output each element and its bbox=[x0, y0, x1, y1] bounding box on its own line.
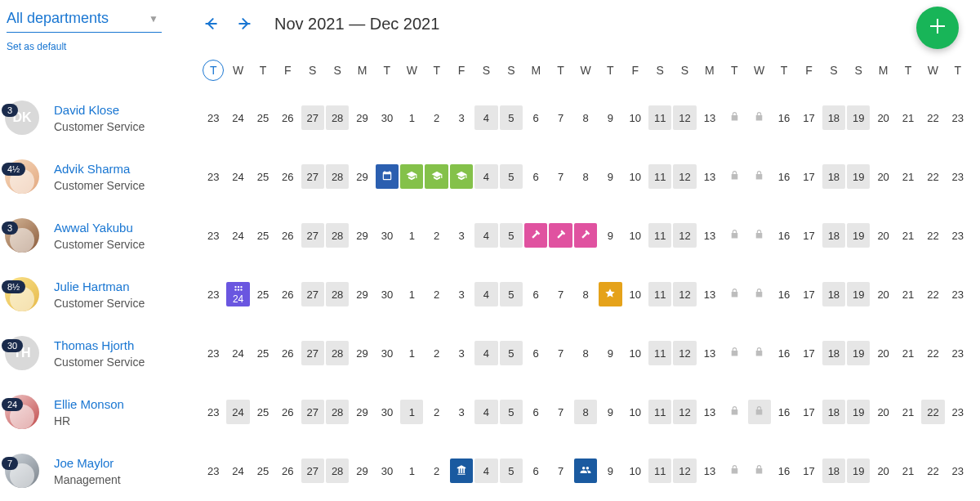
day-cell[interactable] bbox=[748, 341, 771, 365]
day-cell[interactable]: 23 bbox=[947, 282, 969, 306]
day-cell[interactable]: 23 bbox=[202, 341, 225, 365]
day-cell[interactable] bbox=[723, 282, 746, 306]
day-cell[interactable]: 9 bbox=[599, 223, 621, 248]
day-cell[interactable]: 11 bbox=[648, 400, 671, 424]
person-name-link[interactable]: Joe Maylor bbox=[54, 456, 121, 470]
day-cell[interactable]: 28 bbox=[326, 164, 349, 189]
day-cell[interactable]: 22 bbox=[921, 282, 944, 306]
day-cell[interactable]: 20 bbox=[871, 223, 894, 248]
day-cell[interactable]: 3 bbox=[450, 341, 473, 365]
day-cell[interactable]: 23 bbox=[202, 164, 225, 189]
day-cell[interactable]: 1 bbox=[400, 341, 423, 365]
day-cell[interactable]: 23 bbox=[947, 341, 969, 365]
day-cell[interactable]: 1 bbox=[400, 223, 423, 248]
day-cell[interactable]: 30 bbox=[376, 105, 399, 130]
day-cell[interactable]: 19 bbox=[847, 400, 870, 424]
day-cell[interactable]: 25 bbox=[252, 105, 274, 130]
person-name-link[interactable]: Julie Hartman bbox=[54, 280, 145, 293]
day-cell[interactable]: 28 bbox=[326, 400, 349, 424]
day-cell[interactable]: 24 bbox=[226, 164, 249, 189]
day-cell[interactable]: 13 bbox=[698, 459, 721, 483]
day-cell[interactable]: 18 bbox=[822, 341, 845, 365]
day-cell[interactable]: 2 bbox=[425, 223, 448, 248]
day-cell[interactable]: 24 bbox=[226, 400, 249, 424]
day-cell[interactable]: 28 bbox=[326, 223, 349, 248]
day-cell[interactable] bbox=[723, 459, 746, 483]
day-cell[interactable]: 21 bbox=[897, 400, 920, 424]
day-cell[interactable] bbox=[748, 400, 771, 424]
day-cell[interactable]: 28 bbox=[326, 105, 349, 130]
day-cell[interactable]: 18 bbox=[822, 223, 845, 248]
day-cell[interactable]: 28 bbox=[326, 459, 349, 483]
day-cell[interactable]: 20 bbox=[871, 341, 894, 365]
day-cell[interactable]: 18 bbox=[822, 164, 845, 189]
day-cell[interactable]: 10 bbox=[624, 105, 647, 130]
event-cell[interactable] bbox=[574, 223, 597, 248]
day-cell[interactable]: 1 bbox=[400, 400, 423, 424]
day-cell[interactable]: 6 bbox=[524, 105, 547, 130]
day-cell[interactable]: 29 bbox=[350, 400, 373, 424]
day-cell[interactable]: 7 bbox=[549, 400, 572, 424]
day-cell[interactable]: 8 bbox=[574, 164, 597, 189]
day-cell[interactable]: 23 bbox=[947, 105, 969, 130]
day-cell[interactable]: 8 bbox=[574, 341, 597, 365]
day-cell[interactable]: 28 bbox=[326, 282, 349, 306]
day-cell[interactable]: 6 bbox=[524, 164, 547, 189]
event-cell[interactable] bbox=[524, 223, 547, 248]
day-cell[interactable]: 17 bbox=[797, 105, 820, 130]
day-cell[interactable]: 18 bbox=[822, 105, 845, 130]
day-cell[interactable]: 6 bbox=[524, 459, 547, 483]
day-cell[interactable]: 22 bbox=[921, 459, 944, 483]
day-cell[interactable]: 12 bbox=[673, 282, 696, 306]
day-cell[interactable]: 7 bbox=[549, 282, 572, 306]
day-cell[interactable]: 12 bbox=[673, 223, 696, 248]
day-cell[interactable]: 29 bbox=[350, 105, 373, 130]
day-cell[interactable]: 2 bbox=[425, 459, 448, 483]
day-cell[interactable]: 16 bbox=[773, 459, 795, 483]
day-cell[interactable]: 23 bbox=[202, 223, 225, 248]
day-cell[interactable]: 7 bbox=[549, 459, 572, 483]
day-cell[interactable]: 6 bbox=[524, 282, 547, 306]
day-cell[interactable]: 27 bbox=[301, 282, 324, 306]
day-cell[interactable]: 10 bbox=[624, 164, 647, 189]
event-cell[interactable] bbox=[450, 459, 473, 483]
day-cell[interactable]: 3 bbox=[450, 400, 473, 424]
day-cell[interactable]: 24 bbox=[226, 341, 249, 365]
day-cell[interactable]: 16 bbox=[773, 282, 795, 306]
day-cell[interactable] bbox=[748, 459, 771, 483]
day-cell[interactable]: 30 bbox=[376, 459, 399, 483]
day-cell[interactable]: 6 bbox=[524, 341, 547, 365]
day-cell[interactable]: 30 bbox=[376, 341, 399, 365]
day-cell[interactable]: 27 bbox=[301, 164, 324, 189]
day-cell[interactable]: 10 bbox=[624, 400, 647, 424]
day-cell[interactable]: 5 bbox=[500, 341, 523, 365]
event-cell[interactable] bbox=[425, 164, 448, 189]
day-cell[interactable]: 13 bbox=[698, 400, 721, 424]
day-cell[interactable]: 9 bbox=[599, 105, 621, 130]
day-cell[interactable]: 12 bbox=[673, 164, 696, 189]
day-cell[interactable]: 1 bbox=[400, 459, 423, 483]
day-cell[interactable]: 20 bbox=[871, 459, 894, 483]
day-cell[interactable]: 22 bbox=[921, 223, 944, 248]
day-cell[interactable]: 2 bbox=[425, 341, 448, 365]
event-cell[interactable]: 24 bbox=[226, 282, 249, 306]
day-cell[interactable]: 5 bbox=[500, 400, 523, 424]
day-cell[interactable]: 9 bbox=[599, 459, 621, 483]
day-cell[interactable]: 27 bbox=[301, 400, 324, 424]
day-cell[interactable]: 9 bbox=[599, 164, 621, 189]
day-cell[interactable]: 27 bbox=[301, 341, 324, 365]
day-cell[interactable]: 2 bbox=[425, 400, 448, 424]
day-cell[interactable]: 5 bbox=[500, 223, 523, 248]
day-cell[interactable]: 25 bbox=[252, 341, 274, 365]
day-cell[interactable] bbox=[723, 341, 746, 365]
day-cell[interactable]: 21 bbox=[897, 341, 920, 365]
day-cell[interactable]: 12 bbox=[673, 105, 696, 130]
day-cell[interactable]: 17 bbox=[797, 400, 820, 424]
day-cell[interactable]: 7 bbox=[549, 105, 572, 130]
day-cell[interactable]: 10 bbox=[624, 341, 647, 365]
day-cell[interactable]: 2 bbox=[425, 105, 448, 130]
day-cell[interactable] bbox=[723, 105, 746, 130]
day-cell[interactable]: 18 bbox=[822, 400, 845, 424]
day-cell[interactable]: 6 bbox=[524, 400, 547, 424]
department-select[interactable]: All departments ▼ bbox=[7, 10, 162, 33]
